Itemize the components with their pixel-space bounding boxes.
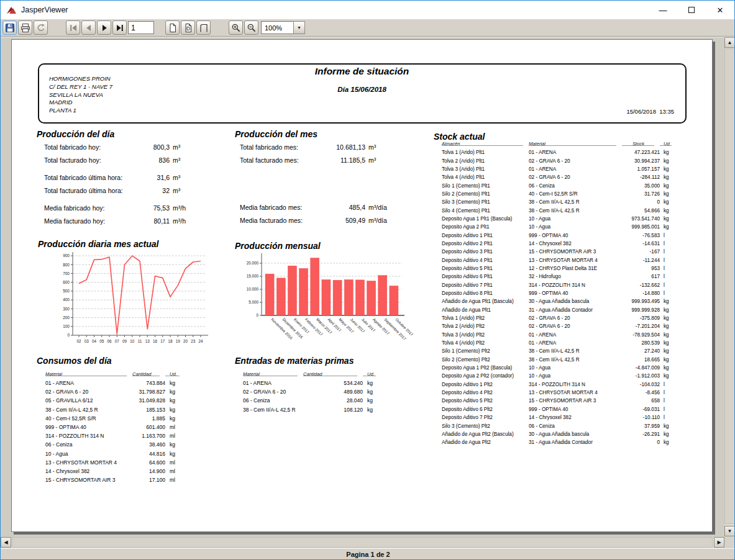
scroll-up-button[interactable]: ▲ [724,37,735,48]
cell: Silo 1 (Cemento) Plt1 [442,183,529,189]
cell: 64.600 [132,459,165,466]
scroll-left-button[interactable]: ◀ [1,537,11,548]
first-page-button[interactable] [66,20,80,35]
cell: kg [165,380,185,386]
cell: 953 [622,266,660,271]
cell: kg [660,357,677,363]
column-header: Ud. [165,371,185,377]
cell: 999.985.001 [622,224,660,230]
cell: kg [660,307,677,313]
cell: 743.884 [132,380,165,386]
table-row: Tolva 1 (Arido) Plt202 - GRAVA 6 - 20-37… [442,314,677,322]
page-status-text: Pagina 1 de 2 [346,551,390,558]
svg-text:200: 200 [63,315,70,320]
table-row: Deposito Aditivo 4 Plt113 - CHRYSOTAR MO… [442,256,677,264]
horizontal-scrollbar[interactable]: ◀ ▶ [1,537,724,548]
next-page-button[interactable] [97,20,111,35]
cell: 02 - GRAVA 6 - 20 [45,389,132,395]
fit-page-icon [183,23,193,33]
cell: -11.244 [622,258,660,263]
cell: 06 - Ceniza [243,397,303,404]
cell: kg [660,340,677,346]
vertical-scrollbar-thumb[interactable] [724,48,735,524]
svg-text:17: 17 [160,339,165,343]
cell: 14 - Chrysoxel 382 [45,468,132,474]
reload-icon [36,23,46,33]
cell: -78.929.504 [622,332,660,338]
cell: kg [660,174,677,180]
cell: kg [660,199,677,205]
svg-text:06: 06 [107,339,112,343]
jasperviewer-window: JasperViewer — ✕ [0,0,735,560]
previous-page-button[interactable] [81,20,96,35]
zoom-in-button[interactable] [229,20,243,35]
page-number-input[interactable] [128,21,154,34]
close-button[interactable]: ✕ [706,1,734,19]
cell: kg [660,315,677,321]
cell: kg [165,415,185,422]
last-page-button[interactable] [112,20,127,35]
table-row: Deposito Aditivo 8 Plt1999 - OPTIMA 40-1… [442,289,677,297]
cell: l [660,258,677,263]
cell: 13 - CHRYSOTAR MORTAR 4 [529,258,622,263]
cell: 31.798.827 [132,389,165,395]
cell: 999 - OPTIMA 40 [45,424,132,430]
print-button[interactable] [18,20,32,35]
daily-production-line-chart: 0100200300400500600700800900020304050607… [43,248,217,355]
stat-label: Media fabricado hoy: [44,204,137,212]
cell: -132.662 [622,282,660,288]
horizontal-scrollbar-thumb[interactable] [12,537,713,548]
cell: 28.040 [303,397,363,404]
actual-size-button[interactable] [165,20,180,35]
zoom-dropdown-button[interactable]: ▼ [293,21,305,34]
cell: 38 - Cem II/A-L 42,5 R [529,208,622,214]
table-row: Añadido de Agua Plt1 (Bascula)30 - Agua … [442,297,677,305]
cell: ml [165,459,185,466]
maximize-icon [688,7,695,13]
svg-text:20: 20 [183,339,188,343]
magnifier-plus-icon [231,23,241,33]
fit-page-button[interactable] [181,20,195,35]
column-header: Stock [622,141,660,147]
section-heading-produccion-mes: Producción del mes [235,129,317,139]
stat-value: 800,3 [137,143,170,151]
cell: kg [660,323,677,329]
vertical-scrollbar[interactable]: ▲ ▼ [724,37,735,537]
status-bar: Pagina 1 de 2 [1,548,735,559]
stat-value: 509,49 [316,217,365,224]
table-row: Deposito Aditivo 4 Plt213 - CHRYSOTAR MO… [442,389,677,397]
zoom-out-button[interactable] [244,20,258,35]
scroll-down-button[interactable]: ▼ [724,526,735,536]
toolbar: 100% ▼ [1,19,734,37]
stat-value: 11.185,5 [316,156,365,164]
save-button[interactable] [2,20,17,35]
maximize-button[interactable] [677,1,706,19]
cell: l [660,382,677,387]
cell: -375.809 [622,315,660,321]
cell: kg [660,166,677,172]
minimize-button[interactable]: — [649,1,677,19]
cell: 14 - Chrysoxel 382 [529,241,622,246]
cell: kg [660,158,677,164]
table-row: Deposito Aditivo 3 Plt115 - CHRYSOMORTAR… [442,248,677,256]
table-row: Silo 3 (Cemento) Plt138 - Cem II/A-L 42,… [442,198,677,206]
table-row: Tolva 4 (Arido) Plt102 - GRAVA 6 - 20-28… [442,173,677,181]
scroll-right-button[interactable]: ▶ [714,537,724,548]
zoom-value[interactable]: 100% [261,21,293,34]
table-header-row: AlmacénMaterialStockUd [442,139,677,148]
cell: 06 - Ceniza [529,183,622,189]
svg-text:400: 400 [63,297,70,302]
svg-text:18: 18 [168,339,173,343]
cell: 47.223.421 [622,150,660,155]
cell: Deposito Aditivo 2 Plt1 [442,241,529,246]
cell: 38 - Cem II/A-L 42,5 R [529,199,622,205]
cell: 314 - POZZOLITH 314 N [45,433,132,439]
svg-text:05: 05 [99,339,104,343]
reload-button[interactable] [34,20,48,35]
cell: 30.994.237 [622,158,660,164]
zoom-combobox[interactable]: 100% ▼ [261,21,305,34]
window-title: JasperViewer [21,6,68,14]
fit-width-button[interactable] [196,20,211,35]
cell: Tolva 4 (Arido) Plt2 [442,340,529,346]
cell: 12 - CHRYSO Plast Delta 31E [529,266,622,271]
